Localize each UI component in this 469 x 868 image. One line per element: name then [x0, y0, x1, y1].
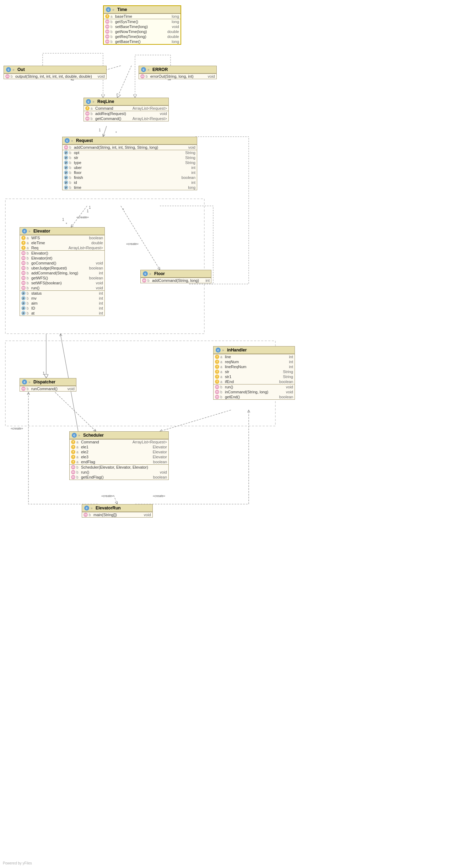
method-icon: m	[21, 387, 26, 391]
class-Elevator-fields1: f a WFS boolean f a eleTime double f a R…	[20, 235, 104, 250]
Time-method-getBaseTime: m b getBaseTime() long	[104, 39, 180, 44]
Scheduler-field-Command: f a Command ArrayList<Request>	[70, 440, 168, 444]
method-icon: m	[21, 271, 26, 275]
method-icon: m	[105, 29, 109, 34]
svg-text:1: 1	[87, 209, 89, 213]
class-Elevator-props: p b status int p b mv int p b aim int p …	[20, 290, 104, 316]
class-ElevatorRun-name: ElevatorRun	[96, 506, 121, 511]
ReqLine-method-addReq: m b addReq(Request) void	[84, 111, 168, 116]
svg-text:«create»: «create»	[11, 427, 23, 430]
Request-field-time: p b time long	[63, 185, 197, 190]
class-ERROR-methods: m b errorOut(String, long, int) void	[139, 73, 216, 79]
class-Out-name: Out	[17, 67, 25, 72]
Scheduler-field-ele2: f a ele2 Elevator	[70, 449, 168, 454]
field-icon: f	[105, 14, 109, 18]
method-icon: m	[85, 116, 90, 121]
method-icon: m	[71, 465, 75, 469]
field-icon: f	[71, 445, 75, 449]
class-Time-methods: m b getSysTime() long m b setBaseTime(lo…	[104, 19, 180, 44]
class-Floor-methods: m b addCommand(String, long) int	[141, 278, 211, 283]
class-ReqLine-methods: m b addReq(Request) void m b getCommand(…	[84, 111, 168, 121]
Elevator-prop-at: p b at int	[20, 311, 104, 316]
Elevator-method-ctor1: m b Elevator()	[20, 251, 104, 256]
Elevator-prop-ID: p b ID int	[20, 306, 104, 311]
field-icon: f	[215, 370, 219, 374]
Dispatcher-method-runCommand: m b runCommand() void	[20, 386, 76, 391]
Time-method-getReqTime: m b getReqTime(long) double	[104, 34, 180, 39]
Elevator-prop-status: p b status int	[20, 291, 104, 296]
method-icon: m	[5, 74, 10, 78]
class-Scheduler-methods: m b Scheduler(Elevator, Elevator, Elevat…	[70, 464, 168, 480]
class-Request-fields: p b opt String p b str String p b type S…	[63, 150, 197, 190]
Scheduler-field-ele3: f a ele3 Elevator	[70, 454, 168, 459]
svg-text:«create»: «create»	[153, 494, 165, 498]
svg-line-2	[117, 66, 131, 98]
class-ERROR-header: c » ERROR	[139, 66, 216, 73]
svg-text:*: *	[66, 222, 67, 226]
field-icon: f	[215, 355, 219, 359]
method-icon: m	[21, 266, 26, 270]
class-Out-header: c » Out	[4, 66, 106, 73]
class-ElevatorRun: c » ElevatorRun m b main(String[]) void	[82, 504, 153, 518]
inHandler-field-str1: f a str1 String	[214, 374, 295, 379]
Scheduler-field-endFlag: f a endFlag boolean	[70, 459, 168, 464]
field-icon: f	[71, 440, 75, 444]
Elevator-method-goCommand: m b goCommand() void	[20, 261, 104, 266]
watermark: Powered by yFiles	[3, 861, 32, 865]
field-icon: p	[64, 175, 68, 180]
Time-method-getSysTime: m b getSysTime() long	[104, 19, 180, 24]
Request-field-str: p b str String	[63, 155, 197, 160]
class-Scheduler: c » Scheduler f a Command ArrayList<Requ…	[69, 431, 169, 480]
svg-text:«create»: «create»	[126, 242, 139, 246]
Request-field-uber: p b uber int	[63, 165, 197, 170]
ElevatorRun-method-main: m b main(String[]) void	[82, 512, 152, 517]
method-icon: m	[83, 513, 88, 517]
Request-field-floor: p b floor int	[63, 170, 197, 175]
prop-icon: p	[21, 301, 26, 305]
prop-icon: p	[21, 306, 26, 310]
method-icon: m	[105, 34, 109, 39]
Out-method-output: m b output(String, int, int, int, int, d…	[4, 74, 106, 79]
Time-method-getNowTime: m b getNowTime(long) double	[104, 29, 180, 34]
Request-field-id: p b id int	[63, 180, 197, 185]
Scheduler-field-ele1: f a ele1 Elevator	[70, 444, 168, 449]
Elevator-method-ctor2: m b Elevator(int)	[20, 256, 104, 261]
field-icon: f	[71, 450, 75, 454]
class-Time-fields: f a baseTime long	[104, 13, 180, 19]
class-ElevatorRun-methods: m b main(String[]) void	[82, 512, 152, 517]
svg-line-9	[114, 495, 117, 504]
svg-text:1: 1	[62, 218, 64, 222]
inHandler-method-getEnd: m b getEnd() boolean	[214, 394, 295, 399]
Request-field-type: p b type String	[63, 160, 197, 165]
class-Out-methods: m b output(String, int, int, int, int, d…	[4, 73, 106, 79]
class-Time: c » Time f a baseTime long m b getSysTim…	[103, 5, 181, 45]
method-icon: m	[21, 261, 26, 265]
class-Floor-header: c » Floor	[141, 270, 211, 278]
class-ElevatorRun-icon: c	[84, 506, 89, 511]
class-Elevator: c » Elevator f a WFS boolean f a eleTime…	[20, 227, 105, 316]
Request-method-addCommand: m b addCommand(String, int, int, String,…	[63, 145, 197, 150]
ReqLine-field-Command: f a Command ArrayList<Request>	[84, 106, 168, 111]
class-Floor-name: Floor	[154, 271, 165, 276]
field-icon: f	[21, 236, 26, 240]
method-icon: m	[215, 385, 219, 389]
svg-text:«create»: «create»	[76, 215, 89, 219]
Elevator-prop-aim: p b aim int	[20, 301, 104, 306]
class-Floor-icon: c	[143, 271, 148, 276]
diagram-container: 1 * 1 * * «create» «create» «create» «cr…	[0, 0, 469, 868]
class-Elevator-icon: c	[22, 229, 27, 234]
field-icon: f	[21, 246, 26, 250]
field-icon: f	[71, 460, 75, 464]
Elevator-prop-mv: p b mv int	[20, 296, 104, 301]
svg-text:1: 1	[99, 128, 101, 132]
class-Request-icon: c	[65, 138, 70, 143]
class-Out: c » Out m b output(String, int, int, int…	[4, 66, 107, 79]
inHandler-field-reqNum: f a reqNum int	[214, 359, 295, 364]
method-icon: m	[21, 276, 26, 280]
Elevator-method-addCommand: m b addCommand(String, long) int	[20, 271, 104, 275]
class-Request-name: Request	[76, 138, 93, 143]
method-icon: m	[21, 286, 26, 290]
ERROR-method-errorOut: m b errorOut(String, long, int) void	[139, 74, 216, 79]
class-Request: c » Request m b addCommand(String, int, …	[62, 137, 197, 190]
class-Elevator-methods: m b Elevator() m b Elevator(int) m b goC…	[20, 250, 104, 290]
